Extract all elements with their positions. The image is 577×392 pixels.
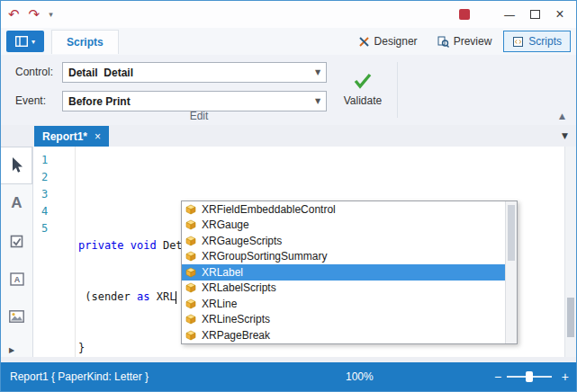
zoom-slider-thumb[interactable] xyxy=(526,371,533,382)
class-icon xyxy=(185,204,196,215)
tab-list-dropdown-icon[interactable]: ▼ xyxy=(562,131,568,140)
quick-access-toolbar: ↶ ↷ ▾ xyxy=(8,1,53,28)
tool-pointer[interactable] xyxy=(1,147,32,184)
completion-item-label: XRGaugeScripts xyxy=(202,235,282,247)
identifier: } xyxy=(78,342,85,354)
view-tab-label: Scripts xyxy=(528,35,562,48)
line-number-gutter: 1 2 3 4 5 xyxy=(33,152,73,237)
zoom-slider[interactable] xyxy=(507,376,552,378)
class-icon xyxy=(185,330,196,341)
document-tab-bar: Report1* × ▼ xyxy=(1,125,576,147)
document-tab-label: Report1* xyxy=(42,130,87,143)
view-tab-label: Designer xyxy=(374,35,418,48)
chevron-down-icon[interactable]: ▼ xyxy=(310,68,326,76)
keyword: as xyxy=(137,290,149,303)
identifier: (sender xyxy=(78,290,137,303)
view-switch-tabs: Designer Preview Scripts xyxy=(350,31,571,52)
identifier: XRL xyxy=(149,290,176,303)
preview-icon xyxy=(437,36,449,48)
class-icon xyxy=(185,236,196,246)
completion-item-label: XRLineScripts xyxy=(202,313,270,325)
control-combobox[interactable]: Detail Detail ▼ xyxy=(62,62,327,83)
titlebar: ↶ ↷ ▾ — × xyxy=(1,1,576,29)
label-tool-icon: A xyxy=(11,194,22,212)
close-tab-icon[interactable]: × xyxy=(95,130,101,143)
scrollbar-thumb[interactable] xyxy=(567,298,574,337)
line-number: 3 xyxy=(41,186,73,203)
minimize-button[interactable]: — xyxy=(497,3,522,26)
keyword: private void xyxy=(78,239,163,252)
completion-item-label: XRLine xyxy=(202,298,237,310)
completion-item-label: XRPageBreak xyxy=(202,329,270,342)
class-icon xyxy=(185,267,196,278)
window-controls: — × xyxy=(459,1,572,28)
completion-item[interactable]: XRGroupSortingSummary xyxy=(182,249,505,265)
line-number: 5 xyxy=(41,220,73,237)
popup-scrollbar[interactable] xyxy=(505,201,517,343)
zoom-percentage: 100% xyxy=(346,362,374,391)
ribbon-tab-row: ▾ Scripts Designer Preview Scripts xyxy=(1,28,576,55)
ribbon-group-separator xyxy=(397,62,398,118)
completion-item-label: XRLabel xyxy=(202,266,243,279)
redo-icon[interactable]: ↷ xyxy=(29,8,41,22)
tool-label[interactable]: A xyxy=(1,184,32,222)
completion-item[interactable]: XRFieldEmbeddableControl xyxy=(182,201,505,218)
view-tab-label: Preview xyxy=(454,35,492,48)
class-icon xyxy=(185,314,196,325)
completion-item-selected[interactable]: XRLabel xyxy=(182,264,505,281)
tool-checkbox[interactable] xyxy=(1,222,32,260)
scrollbar-thumb[interactable] xyxy=(508,205,515,261)
completion-item[interactable]: XRLine xyxy=(182,296,505,312)
toolbox: A A ▶ xyxy=(1,147,33,357)
editor-vertical-scrollbar[interactable] xyxy=(564,147,576,357)
class-icon xyxy=(185,282,196,293)
completion-item[interactable]: XRPageBreak xyxy=(182,327,505,343)
maximize-icon xyxy=(530,10,540,19)
zoom-out-button[interactable]: − xyxy=(494,362,501,391)
completion-item-label: XRFieldEmbeddableControl xyxy=(202,203,336,216)
toolbox-more-icon[interactable]: ▶ xyxy=(9,346,14,354)
tool-richtext[interactable]: A xyxy=(1,260,32,298)
class-icon xyxy=(185,251,196,262)
chevron-down-icon: ▾ xyxy=(32,38,35,46)
event-combobox-value: Before Print xyxy=(63,95,310,108)
completion-item-label: XRGauge xyxy=(202,218,249,231)
qat-customize-icon[interactable]: ▾ xyxy=(49,10,53,19)
document-tab-report1[interactable]: Report1* × xyxy=(34,126,109,147)
completion-item-label: XRLabelScripts xyxy=(202,281,276,294)
chevron-down-icon[interactable]: ▼ xyxy=(310,97,326,105)
completion-item[interactable]: XRLabelScripts xyxy=(182,281,505,297)
autocomplete-popup: XRFieldEmbeddableControl XRGauge XRGauge… xyxy=(181,200,518,344)
app-menu-button[interactable]: ▾ xyxy=(6,31,44,52)
app-menu-icon xyxy=(15,36,28,47)
ribbon-tab-scripts[interactable]: Scripts xyxy=(51,30,119,54)
event-combobox[interactable]: Before Print ▼ xyxy=(62,91,327,111)
text-caret xyxy=(176,291,176,304)
tool-picture[interactable] xyxy=(1,298,32,335)
zoom-in-button[interactable]: + xyxy=(562,362,569,391)
class-icon xyxy=(185,298,196,309)
completion-item-label: XRGroupSortingSummary xyxy=(202,250,327,263)
class-icon xyxy=(185,219,196,230)
scripts-icon xyxy=(512,36,524,48)
view-tab-preview[interactable]: Preview xyxy=(429,31,500,52)
control-label: Control: xyxy=(15,62,53,83)
completion-item[interactable]: XRLineScripts xyxy=(182,312,505,328)
completion-item[interactable]: XRGauge xyxy=(182,218,505,234)
completion-item[interactable]: XRGaugeScripts xyxy=(182,233,505,249)
maximize-button[interactable] xyxy=(522,3,547,26)
control-combobox-value: Detail Detail xyxy=(63,67,310,79)
ribbon-group-edit: Control: Detail Detail ▼ Event: Before P… xyxy=(1,55,576,126)
ribbon-collapse-icon[interactable]: ▲ xyxy=(559,111,565,120)
view-tab-designer[interactable]: Designer xyxy=(350,31,426,52)
undo-icon[interactable]: ↶ xyxy=(8,8,20,22)
line-number: 4 xyxy=(41,203,73,220)
designer-icon xyxy=(358,36,370,48)
view-tab-scripts[interactable]: Scripts xyxy=(503,31,571,52)
close-button[interactable]: × xyxy=(547,3,572,26)
line-number: 2 xyxy=(41,169,73,186)
line-number: 1 xyxy=(41,152,73,169)
ribbon-group-caption: Edit xyxy=(1,110,397,122)
gutter-separator xyxy=(75,147,76,357)
validate-label: Validate xyxy=(344,94,382,107)
